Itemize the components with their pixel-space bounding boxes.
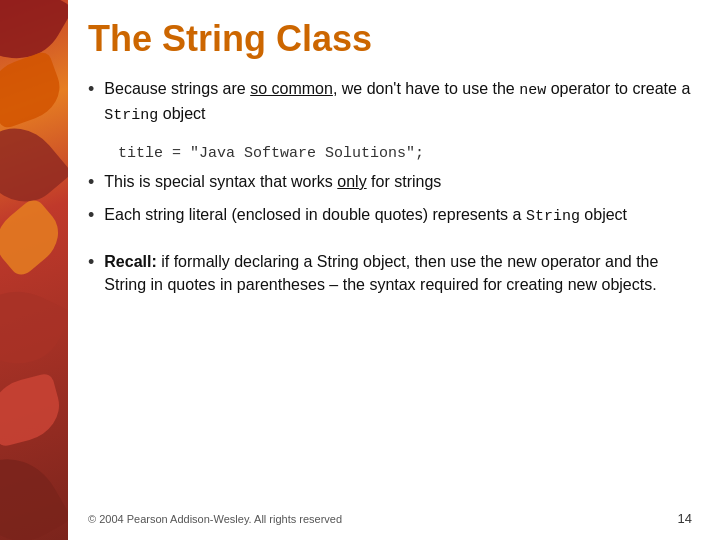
bullet-dot: •	[88, 252, 94, 273]
bullet-item-1: • Because strings are so common, we don'…	[88, 77, 692, 127]
bullet-text-2: This is special syntax that works only f…	[104, 170, 441, 193]
bullet-text-1: Because strings are so common, we don't …	[104, 77, 692, 127]
page-number: 14	[678, 511, 692, 526]
leaf-decoration	[0, 50, 68, 130]
leaf-decoration	[0, 441, 68, 540]
bullet-item-2: • This is special syntax that works only…	[88, 170, 692, 193]
bullet-item-4: • Recall: if formally declaring a String…	[88, 250, 692, 296]
code-example: title = "Java Software Solutions";	[118, 145, 692, 162]
bullet-item-3: • Each string literal (enclosed in doubl…	[88, 203, 692, 228]
slide-footer: © 2004 Pearson Addison-Wesley. All right…	[88, 501, 692, 526]
copyright-text: © 2004 Pearson Addison-Wesley. All right…	[88, 513, 342, 525]
bullet-text-4: Recall: if formally declaring a String o…	[104, 250, 692, 296]
bullet-dot: •	[88, 205, 94, 226]
leaf-decoration	[0, 276, 68, 380]
leaf-decoration	[0, 196, 68, 280]
leaf-decoration	[0, 372, 67, 448]
left-decoration	[0, 0, 68, 540]
slide-content: The String Class • Because strings are s…	[68, 0, 720, 540]
bullet-text-3: Each string literal (enclosed in double …	[104, 203, 627, 228]
content-area: • Because strings are so common, we don'…	[88, 77, 692, 501]
bullet-dot: •	[88, 79, 94, 100]
slide-title: The String Class	[88, 18, 692, 59]
bullet-dot: •	[88, 172, 94, 193]
